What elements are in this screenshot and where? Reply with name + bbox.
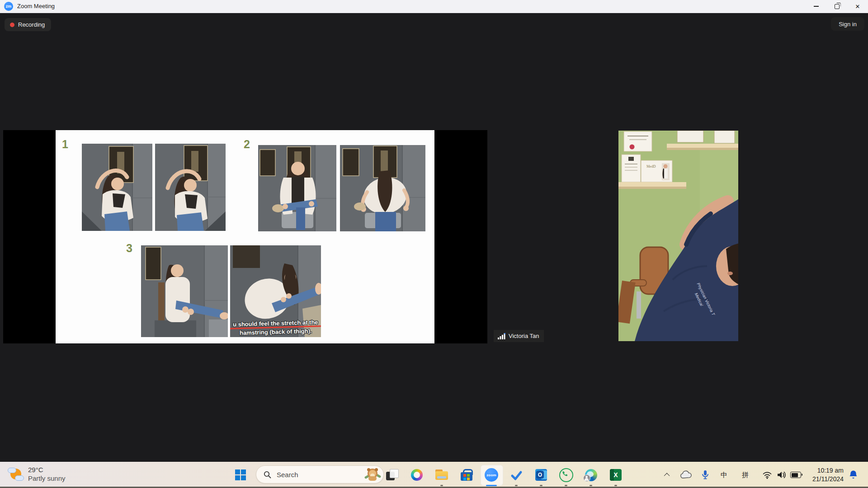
weather-condition: Partly sunny <box>28 474 66 483</box>
exercise-photo-1b <box>155 144 226 231</box>
clock-time: 10:19 am <box>800 466 844 475</box>
zoom-meeting-window: zm Zoom Meeting ✕ Recording Sign in 1 2 … <box>0 0 868 488</box>
participant-name: Victoria Tan <box>509 333 539 339</box>
clock-date: 21/11/2024 <box>800 475 844 483</box>
step-number-3: 3 <box>126 242 132 255</box>
tray-ime-layout[interactable]: 拼 <box>742 462 749 488</box>
running-indicator <box>440 485 443 486</box>
edge-icon <box>585 469 597 481</box>
signal-bars-icon <box>498 333 505 339</box>
running-indicator <box>565 485 567 486</box>
exercise-photo-3a <box>141 245 228 337</box>
zoom-app-icon: zm <box>4 2 13 11</box>
weather-widget[interactable]: 29°C Partly sunny <box>7 465 66 483</box>
running-indicator <box>540 485 542 486</box>
speaker-icon <box>777 471 787 479</box>
taskbar-app-todo[interactable] <box>506 465 526 485</box>
outlook-icon: O <box>535 469 547 481</box>
title-bar: zm Zoom Meeting ✕ <box>0 0 868 13</box>
notifications-bell-icon[interactable] <box>849 470 858 482</box>
todo-check-icon <box>510 469 523 481</box>
wall-shelf-left <box>618 182 686 187</box>
presentation-slide: 1 2 3 <box>56 130 434 343</box>
chevron-up-icon <box>664 473 670 479</box>
taskbar-app-copilot[interactable] <box>407 465 427 485</box>
excel-icon: X <box>610 469 622 481</box>
battery-icon <box>790 472 801 478</box>
certificate-frame <box>624 131 652 151</box>
wall-shelf-right <box>667 144 738 148</box>
taskbar-app-zoom[interactable]: zoom <box>481 465 501 485</box>
file-explorer-icon <box>435 469 448 480</box>
running-indicator <box>614 485 617 486</box>
wifi-icon <box>762 471 772 479</box>
taskbar-app-desktops[interactable] <box>382 465 402 485</box>
taskbar-app-whatsapp[interactable] <box>556 465 576 485</box>
taskbar-app-edge[interactable] <box>581 465 601 485</box>
exercise-photo-3b: u should feel the stretch at the hamstri… <box>230 245 321 337</box>
tray-ime-mode[interactable]: 中 <box>721 462 727 488</box>
step-number-2: 2 <box>244 138 250 151</box>
weather-temperature: 29°C <box>28 465 66 474</box>
search-highlight-lion-icon[interactable] <box>365 467 380 482</box>
exercise-photo-2a <box>258 145 336 231</box>
recording-dot-icon <box>10 23 14 27</box>
restore-icon <box>835 4 840 9</box>
tray-wifi[interactable] <box>762 462 772 488</box>
taskbar-app-file-explorer[interactable] <box>432 465 452 485</box>
tray-onedrive[interactable] <box>680 462 692 488</box>
taskbar-clock[interactable]: 10:19 am 21/11/2024 <box>800 466 844 483</box>
minimize-button[interactable] <box>806 0 826 13</box>
tray-battery[interactable] <box>790 462 801 488</box>
whatsapp-icon <box>559 468 573 482</box>
restore-button[interactable] <box>826 0 847 13</box>
window-title: Zoom Meeting <box>17 0 55 13</box>
partly-sunny-icon <box>7 465 24 483</box>
taskbar-app-microsoft-store[interactable] <box>457 465 476 485</box>
step-number-1: 1 <box>62 138 68 151</box>
sign-in-button[interactable]: Sign in <box>831 17 864 31</box>
microsoft-store-icon <box>461 469 472 481</box>
minimize-icon <box>814 6 819 6</box>
microphone-icon <box>701 469 710 480</box>
taskbar-app-excel[interactable]: X <box>606 465 626 485</box>
participant-name-tag: Victoria Tan <box>494 330 544 342</box>
copilot-icon <box>411 469 423 481</box>
tray-volume[interactable] <box>777 462 787 488</box>
search-input[interactable] <box>276 470 354 479</box>
video-caption: u should feel the stretch at the hamstri… <box>230 318 321 337</box>
desktops-icon <box>386 469 398 481</box>
exercise-photo-1a <box>82 144 152 231</box>
active-running-indicator <box>486 485 497 486</box>
search-icon <box>264 471 271 479</box>
taskbar-app-outlook[interactable]: O <box>531 465 551 485</box>
exercise-photo-2b <box>340 145 425 231</box>
taskbar-search-box[interactable] <box>256 465 384 483</box>
start-button[interactable] <box>235 469 246 480</box>
svg-text:MedD: MedD <box>646 164 656 169</box>
windows-taskbar: 29°C Partly sunny <box>0 462 868 488</box>
onedrive-cloud-icon <box>680 470 692 479</box>
zoom-taskbar-icon: zoom <box>485 468 498 482</box>
recording-label: Recording <box>18 21 45 28</box>
recording-indicator[interactable]: Recording <box>5 18 51 31</box>
close-button[interactable]: ✕ <box>847 0 868 13</box>
edge-profile-avatar <box>583 474 590 482</box>
running-indicator <box>515 485 518 486</box>
tray-hidden-icons-button[interactable] <box>665 462 670 488</box>
tray-microphone-in-use[interactable] <box>701 462 710 488</box>
self-video-tile[interactable]: MedD Physician Victoria T Medical <box>618 131 738 341</box>
running-indicator <box>590 485 592 486</box>
